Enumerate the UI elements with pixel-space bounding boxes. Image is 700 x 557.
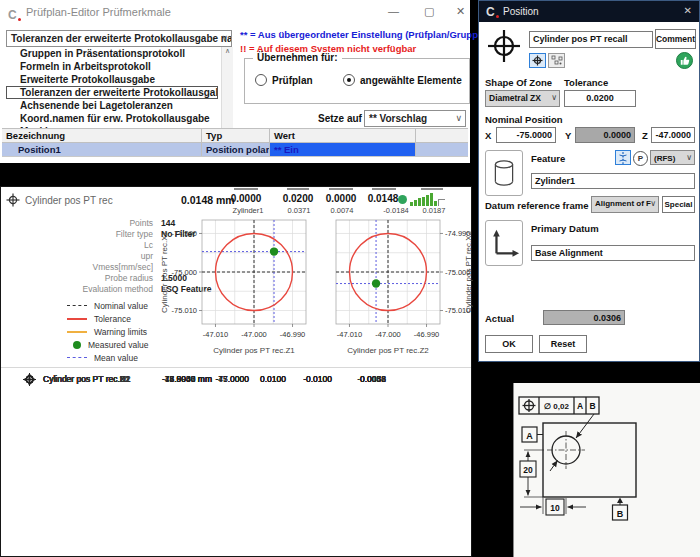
- parameter-label: Lc: [1, 240, 153, 250]
- position-window: C Position ✕ Cylinder pos PT recall Comm…: [478, 0, 700, 362]
- close-icon[interactable]: ✕: [684, 5, 692, 16]
- position-symbol-icon: [485, 27, 523, 65]
- position-symbol-icon: [23, 373, 36, 386]
- result-nominal: -75.0000: [215, 374, 249, 384]
- plot-legend: Nominal value Tolerance Warning limits M…: [67, 299, 148, 364]
- row-empty: [416, 143, 468, 156]
- histogram-icon: [410, 192, 445, 206]
- datum-b-text: B: [617, 509, 624, 519]
- feature-axis-icon: [618, 152, 628, 164]
- datum-frame-dropdown[interactable]: Alignment of F ∨: [591, 196, 659, 213]
- legend-label: Tolerance: [94, 314, 131, 324]
- thumbs-up-icon: [678, 54, 691, 67]
- datum-icon-box: [485, 220, 523, 266]
- set-to-value: ** Vorschlag: [369, 113, 427, 124]
- result-value: 0.0148 mm: [181, 194, 235, 206]
- parameter-label: Vmess[mm/sec]: [1, 262, 153, 272]
- characteristic-name-input[interactable]: Cylinder pos PT recall: [529, 31, 653, 48]
- axis-mode-button[interactable]: [615, 150, 631, 165]
- window-title: Prüfplan-Editor Prüfmerkmale: [26, 6, 171, 18]
- category-listbox: Gruppen in PräsentationsprotokollFormeln…: [6, 47, 232, 138]
- datum-frame-value: Alignment of F: [595, 199, 651, 208]
- comment-button[interactable]: Comment: [655, 29, 696, 49]
- special-button[interactable]: Special: [662, 196, 695, 213]
- datum-b-triangle: [617, 498, 623, 504]
- dim10-text: 10: [550, 503, 560, 513]
- row-name: Position1: [2, 143, 202, 156]
- chevron-down-icon: ∨: [221, 33, 228, 43]
- feature-input[interactable]: Zylinder1: [531, 173, 695, 189]
- recall-status-button[interactable]: [676, 52, 693, 69]
- category-dropdown-value: Toleranzen der erweiterte Protokollausga…: [11, 33, 232, 44]
- z-input[interactable]: -47.0000: [651, 127, 695, 143]
- point-pattern-toggle[interactable]: [548, 53, 565, 68]
- calypso-logo-icon: C: [486, 5, 495, 19]
- parameter-label: Evaluation method: [1, 284, 153, 294]
- actual-label: Actual: [485, 313, 514, 324]
- category-dropdown[interactable]: Toleranzen der erweiterte Protokollausga…: [6, 30, 232, 47]
- material-condition-value: (RFS): [654, 154, 675, 163]
- material-condition-dropdown[interactable]: (RFS) ∨: [650, 150, 695, 165]
- listbox-item[interactable]: Erweiterte Protokollausgabe: [6, 73, 218, 86]
- gdt-drawing: ∅ 0,02 A B A 20: [513, 383, 700, 557]
- fcf-datum2-text: B: [589, 401, 595, 411]
- set-to-dropdown[interactable]: ** Vorschlag ∨: [364, 110, 466, 127]
- row-value[interactable]: ** Ein: [270, 143, 416, 156]
- listbox-item[interactable]: Gruppen in Präsentationsprotokoll: [6, 47, 218, 60]
- row-type: Position polar 2d: [202, 143, 270, 156]
- single-feature-toggle[interactable]: [529, 53, 546, 68]
- pruefplan-editor-window: C Prüfplan-Editor Prüfmerkmale — ▢ ✕ Tol…: [0, 0, 470, 163]
- reset-button[interactable]: Reset: [539, 335, 587, 353]
- shape-of-zone-dropdown[interactable]: Diametral ZX ∨: [485, 90, 560, 107]
- header-bezeichnung: Bezeichnung: [2, 129, 202, 142]
- svg-text:Cylinder pos PT rec.Z1: Cylinder pos PT rec.Z1: [213, 346, 295, 355]
- listbox-item[interactable]: Toleranzen der erweiterte Protokollausga…: [6, 86, 218, 99]
- primary-datum-label: Primary Datum: [531, 223, 599, 234]
- desktop: C Prüfplan-Editor Prüfmerkmale — ▢ ✕ Tol…: [0, 0, 700, 557]
- fcf-tolerance-text: ∅ 0,02: [544, 402, 569, 411]
- legend-label: Measured value: [88, 340, 148, 350]
- svg-text:-47.000: -47.000: [375, 330, 400, 339]
- primary-datum-input[interactable]: Base Alignment: [531, 245, 695, 261]
- close-icon[interactable]: ✕: [456, 5, 465, 18]
- result-tol-minus: -0.0100: [303, 374, 332, 384]
- listbox-scrollbar[interactable]: ∧ ∨: [221, 47, 233, 138]
- position-symbol-icon: [523, 399, 536, 412]
- actual-value-field: 0.0306: [543, 310, 625, 325]
- x-input[interactable]: -75.0000: [496, 127, 556, 143]
- radio-angewaehlte-elemente[interactable]: angewählte Elemente: [343, 74, 462, 86]
- legend-swatch-icon: [73, 341, 81, 349]
- position-plot-z2x2: -47.010-47.000-46.990-74.990-75.000-75.0…: [334, 212, 473, 364]
- table-row[interactable]: Position1 Position polar 2d ** Ein: [2, 143, 468, 157]
- scroll-up-icon[interactable]: ∧: [225, 47, 230, 55]
- fcf-datum1-text: A: [577, 401, 583, 411]
- tolerance-input[interactable]: 0.0200: [564, 90, 636, 107]
- svg-text:-47.000: -47.000: [241, 330, 266, 339]
- listbox-item[interactable]: Achsenende bei Lagetoleranzen: [6, 99, 218, 112]
- chevron-down-icon: ∨: [650, 199, 656, 208]
- apply-groupbox: Übernehmen für: Prüfplan angewählte Elem…: [244, 58, 470, 104]
- legend-swatch-icon: [67, 305, 87, 306]
- apply-groupbox-label: Übernehmen für:: [253, 52, 342, 63]
- radio-pruefplan[interactable]: Prüfplan: [255, 74, 313, 86]
- svg-text:Cylinder pos PT rec.X1: Cylinder pos PT rec.X1: [160, 230, 169, 313]
- svg-text:-47.010: -47.010: [203, 330, 228, 339]
- legend-row: Warning limits: [67, 325, 148, 338]
- svg-text:-75.010: -75.010: [172, 306, 197, 315]
- header-wert: Wert: [270, 129, 416, 142]
- radio-pruefplan-label: Prüfplan: [272, 75, 313, 86]
- listbox-item[interactable]: Koord.namen für erw. Protokollausgabe: [6, 112, 218, 125]
- minimize-icon[interactable]: —: [388, 5, 399, 17]
- maximize-icon[interactable]: ▢: [424, 5, 434, 18]
- projected-zone-icon[interactable]: P: [633, 151, 648, 166]
- ok-button[interactable]: OK: [485, 335, 533, 353]
- svg-text:Cylinder pos PT rec.Z2: Cylinder pos PT rec.Z2: [347, 346, 429, 355]
- svg-text:Cylinder pos PT rec.X2: Cylinder pos PT rec.X2: [464, 230, 473, 313]
- listbox-item[interactable]: Formeln in Arbeitsprotokoll: [6, 60, 218, 73]
- result-row[interactable]: Cylinder pos PT rec.X2 -75.0030 mm -75.0…: [1, 367, 471, 391]
- chevron-down-icon: ∨: [551, 93, 557, 102]
- status-ok-dot-icon: [398, 195, 407, 204]
- legend-row: Tolerance: [67, 312, 148, 325]
- position-titlebar: C Position ✕: [479, 1, 699, 22]
- summary-actual: 0.0148: [368, 193, 399, 204]
